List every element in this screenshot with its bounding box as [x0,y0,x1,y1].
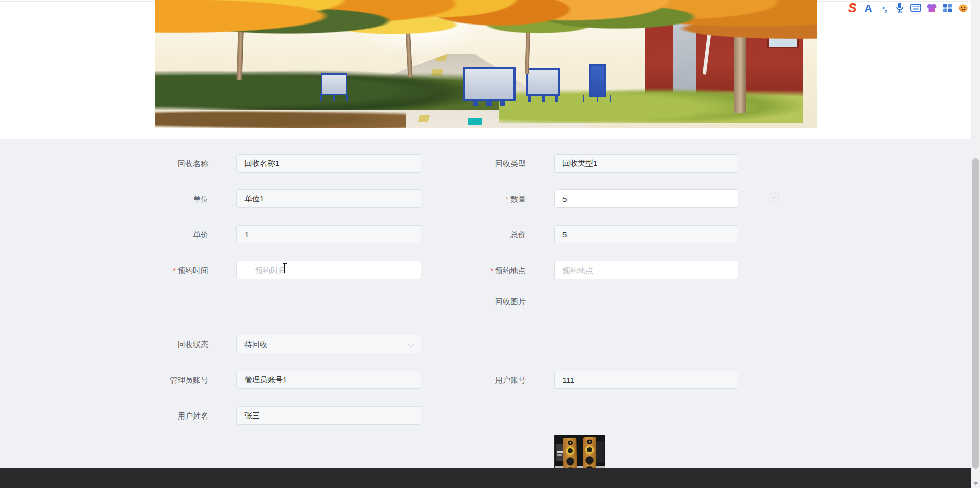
total-price-input[interactable] [554,225,738,243]
microphone-icon[interactable] [894,2,905,14]
scrollbar-down-arrow[interactable] [973,482,978,485]
user-name-input[interactable] [236,406,421,425]
recycle-image-label: 回收图片 [435,292,526,311]
punctuation-icon[interactable]: ·, [878,2,890,14]
recycle-name-input[interactable] [236,154,421,173]
unit-price-input[interactable] [236,225,421,243]
reserve-place-input[interactable] [554,261,738,279]
skin-icon[interactable] [926,2,937,14]
vertical-scrollbar[interactable] [971,0,980,488]
font-style-icon[interactable]: A [863,2,874,14]
campus-banner-image [155,0,817,128]
chevron-down-icon [408,341,414,348]
reserve-time-label: *预约时间 [117,261,208,280]
recycle-status-label: 回收状态 [117,335,208,354]
autumn-tree-canopy [155,0,817,87]
recycle-type-input[interactable] [554,154,738,173]
unit-label: 单位 [117,189,208,209]
admin-account-label: 管理员账号 [117,371,208,390]
recycle-name-label: 回收名称 [117,154,208,174]
emoji-icon[interactable] [958,2,969,14]
recycle-type-label: 回收类型 [435,154,526,174]
reserve-place-label: *预约地点 [435,261,526,280]
recycle-status-select[interactable]: 待回收 [236,335,421,353]
quantity-label: *数量 [435,189,526,209]
clear-icon[interactable]: × [769,193,779,203]
reserve-time-input[interactable] [236,261,421,279]
admin-account-input[interactable] [236,371,421,389]
toolbox-icon[interactable] [942,2,953,14]
sogou-logo-icon[interactable]: S [847,2,858,14]
page-footer [0,468,980,488]
unit-input[interactable] [236,189,421,208]
quantity-input[interactable] [554,189,738,208]
user-account-input[interactable] [554,371,738,389]
user-account-label: 用户账号 [435,371,526,390]
user-name-label: 用户姓名 [117,406,208,426]
unit-price-label: 单价 [117,225,208,245]
scrollbar-thumb[interactable] [972,158,979,469]
browser-toolbar: S A ·, [847,1,969,15]
carousel-indicator[interactable] [468,118,482,125]
total-price-label: 总价 [435,225,526,245]
page: S A ·, [0,0,980,488]
recycle-detail-form: 回收名称 回收类型 单位 *数量 单价 总价 *预约时间 *预约地点 回收图片 [0,139,980,468]
keyboard-icon[interactable] [910,2,921,14]
